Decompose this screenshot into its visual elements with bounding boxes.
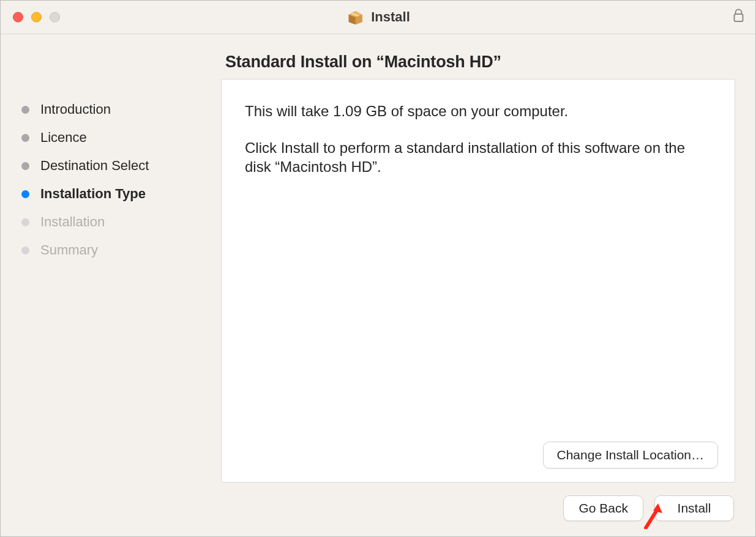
steps-sidebar: Introduction Licence Destination Select … [21,102,149,258]
main-panel: This will take 1.09 GB of space on your … [221,79,735,483]
package-icon [346,10,364,24]
step-label: Licence [40,130,87,146]
step-summary: Summary [21,242,149,258]
go-back-button[interactable]: Go Back [563,495,643,521]
step-licence: Licence [21,130,149,146]
content-area: Standard Install on “Macintosh HD” Intro… [1,34,755,536]
step-installation-type: Installation Type [21,186,149,202]
install-button[interactable]: Install [654,495,734,521]
step-label: Installation [40,214,105,230]
titlebar: Install [1,1,755,34]
svg-rect-5 [735,14,743,21]
step-label: Summary [40,242,98,258]
window-title: Install [371,9,410,25]
window-controls [13,12,60,23]
change-install-location-button[interactable]: Change Install Location… [543,442,719,468]
step-label: Destination Select [40,158,149,174]
install-instruction-text: Click Install to perform a standard inst… [245,138,711,177]
step-label: Installation Type [40,186,146,202]
step-dot-icon [21,246,29,254]
window-title-area: Install [346,9,410,25]
close-window-button[interactable] [13,12,23,23]
step-destination-select: Destination Select [21,158,149,174]
step-dot-icon [21,218,29,226]
minimize-window-button[interactable] [31,12,42,23]
step-dot-icon [21,190,29,198]
zoom-window-button[interactable] [50,12,60,23]
step-label: Introduction [40,102,111,117]
step-introduction: Introduction [21,102,149,117]
step-dot-icon [21,162,29,170]
step-installation: Installation [21,214,149,230]
page-heading: Standard Install on “Macintosh HD” [225,53,501,72]
space-required-text: This will take 1.09 GB of space on your … [245,102,711,121]
step-dot-icon [21,134,29,142]
panel-body: This will take 1.09 GB of space on your … [222,80,735,177]
step-dot-icon [21,106,29,114]
footer-buttons: Go Back Install [563,495,734,521]
lock-icon[interactable] [733,9,744,26]
